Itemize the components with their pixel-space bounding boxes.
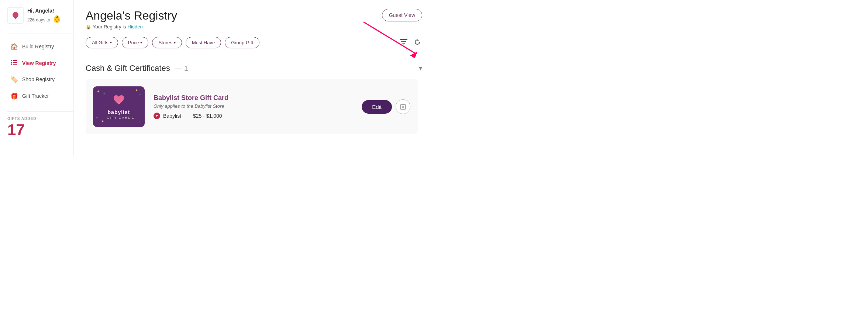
guest-view-button[interactable]: Guest View (382, 9, 422, 21)
gift-icon: 🎁 (10, 92, 18, 100)
section-title-area: Cash & Gift Certificates — 1 (86, 63, 188, 73)
store-heart-icon: ♥ (156, 114, 158, 118)
filter-price[interactable]: Price ▾ (122, 37, 149, 48)
greeting-name: Hi, Angela! (27, 7, 61, 15)
gift-info: Babylist Store Gift Card Only applies to… (154, 94, 353, 119)
main-header: Angela's Registry 🔒 Your Registry is Hid… (86, 9, 422, 30)
filter-stores[interactable]: Stores ▾ (152, 37, 182, 48)
sidebar-item-label: Build Registry (22, 44, 54, 49)
store-name: Babylist (163, 113, 181, 119)
sidebar-item-gift-tracker[interactable]: 🎁 Gift Tracker (7, 89, 73, 104)
svg-point-0 (11, 60, 12, 61)
svg-rect-13 (400, 105, 406, 109)
svg-point-1 (11, 62, 12, 63)
sidebar-item-shop-registry[interactable]: 🏷️ Shop Registry (7, 72, 73, 87)
sort-icon-button[interactable] (399, 38, 409, 48)
registry-status: 🔒 Your Registry is Hidden (86, 24, 177, 30)
svg-rect-4 (13, 62, 17, 63)
gift-name: Babylist Store Gift Card (154, 94, 353, 102)
svg-rect-8 (400, 39, 407, 40)
filter-all-gifts[interactable]: All Gifts ▾ (86, 37, 118, 48)
babylist-logo (7, 7, 24, 24)
list-icon (10, 59, 18, 67)
svg-rect-5 (13, 64, 17, 65)
gifts-added-section: GIFTS ADDED 17 (7, 111, 73, 138)
sidebar-item-label-shop: Shop Registry (22, 76, 55, 82)
section-toggle-button[interactable]: ▾ (419, 64, 422, 72)
sidebar-divider-top (7, 34, 73, 34)
svg-rect-10 (402, 43, 405, 44)
svg-marker-7 (410, 52, 417, 58)
tag-icon: 🏷️ (10, 76, 18, 83)
section-header: Cash & Gift Certificates — 1 ▾ (86, 63, 422, 73)
sidebar-item-label-tracker: Gift Tracker (22, 93, 49, 99)
registry-title-area: Angela's Registry 🔒 Your Registry is Hid… (86, 9, 177, 30)
section-title: Cash & Gift Certificates (86, 63, 170, 73)
svg-rect-3 (13, 60, 17, 61)
gift-card-thumbnail: ✦ + ✦ + + ✦ + ✦ babylist (93, 86, 145, 127)
chevron-down-icon: ▾ (110, 41, 112, 45)
main-content: Angela's Registry 🔒 Your Registry is Hid… (74, 0, 434, 156)
sidebar-nav: 🏠 Build Registry View Registry (7, 39, 73, 104)
gift-price: $25 - $1,000 (193, 113, 222, 119)
card-subtitle-label: GIFT CARD (107, 116, 131, 120)
sidebar-item-view-registry[interactable]: View Registry (7, 56, 73, 70)
gift-subtitle: Only applies to the Babylist Store (154, 103, 353, 109)
section-count: — 1 (175, 64, 188, 72)
filter-group-gift[interactable]: Group Gift (225, 37, 259, 48)
sidebar-header: Hi, Angela! 226 days to 👶 (7, 7, 73, 24)
edit-button[interactable]: Edit (362, 100, 392, 114)
registry-title: Angela's Registry (86, 9, 177, 23)
sidebar: Hi, Angela! 226 days to 👶 🏠 Build Regist… (0, 0, 74, 156)
gift-actions: Edit (362, 99, 410, 114)
store-logo: ♥ (154, 113, 160, 119)
sidebar-item-label-view: View Registry (22, 60, 56, 66)
gifts-added-label: GIFTS ADDED (7, 117, 73, 121)
baby-icon: 👶 (53, 16, 61, 23)
delete-button[interactable] (396, 99, 410, 114)
chevron-down-icon: ▾ (174, 41, 176, 45)
chevron-down-icon: ▾ (140, 41, 142, 45)
filter-divider (86, 56, 422, 56)
gift-store-area: ♥ Babylist $25 - $1,000 (154, 113, 353, 119)
gift-item-babylist-gift-card: ✦ + ✦ + + ✦ + ✦ babylist (86, 79, 418, 134)
filter-must-have[interactable]: Must Have (186, 37, 221, 48)
gifts-added-count: 17 (7, 122, 73, 138)
hidden-status-link[interactable]: Hidden (128, 24, 143, 30)
lock-icon: 🔒 (86, 24, 91, 30)
sidebar-item-build-registry[interactable]: 🏠 Build Registry (7, 39, 73, 54)
refresh-icon-button[interactable] (413, 37, 422, 48)
svg-marker-11 (403, 44, 404, 45)
greeting-days: 226 days to 👶 (27, 15, 61, 24)
filter-bar: All Gifts ▾ Price ▾ Stores ▾ Must Have G… (86, 37, 422, 48)
svg-point-2 (11, 63, 12, 65)
card-brand-label: babylist (108, 109, 130, 115)
home-icon: 🏠 (10, 43, 18, 51)
sort-icons-area (399, 37, 422, 48)
